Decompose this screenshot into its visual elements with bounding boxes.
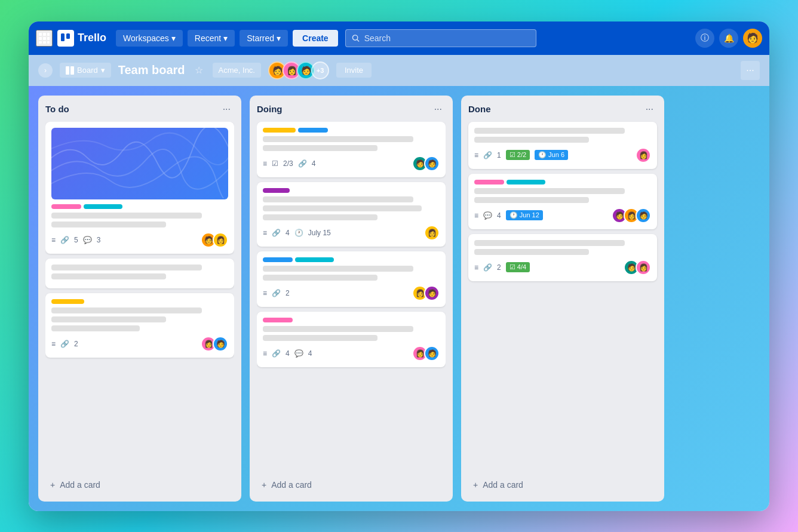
label-pink (51, 204, 81, 209)
comment-icon: 💬 (483, 211, 492, 220)
card-labels-5 (263, 188, 440, 193)
card-done-1[interactable]: ≡ 🔗 1 ☑ 2/2 🕐 Jun 6 👩 (468, 122, 657, 169)
list-icon: ≡ (263, 159, 267, 168)
cards-todo: ≡ 🔗 5 💬 3 🧑 👩 (45, 122, 234, 472)
column-header-todo: To do ··· (45, 103, 234, 116)
add-card-doing[interactable]: + Add a card (257, 475, 446, 494)
svg-rect-7 (43, 41, 46, 44)
label-yellow (263, 128, 296, 133)
column-title-todo: To do (45, 104, 69, 114)
label-blue (263, 257, 293, 262)
card-avatar: 👩 (424, 225, 440, 241)
attach-icon: 🔗 (60, 236, 69, 244)
card-cover-1 (51, 128, 228, 199)
board-view-icon (66, 66, 74, 75)
sidebar-toggle[interactable]: › (38, 63, 53, 78)
card-avatar: 🧑 (424, 156, 440, 171)
grid-icon[interactable] (36, 30, 53, 47)
create-button[interactable]: Create (293, 30, 338, 47)
attach-icon: 🔗 (60, 340, 69, 348)
card-meta-10: ≡ 🔗 2 ☑ 4/4 🧑 👩 (474, 260, 651, 275)
card-doing-4[interactable]: ≡ 🔗 4 💬 4 👩 🧑 (257, 312, 446, 367)
card-labels-4 (263, 128, 440, 133)
recent-button[interactable]: Recent ▾ (188, 30, 235, 47)
info-icon[interactable]: ⓘ (695, 29, 714, 48)
due-badge-9: 🕐 Jun 12 (506, 210, 543, 220)
board-more-button[interactable]: ··· (741, 61, 760, 80)
member-count[interactable]: +3 (311, 61, 329, 79)
list-icon: ≡ (51, 340, 56, 348)
trello-logo[interactable]: Trello (57, 30, 106, 47)
attach-icon: 🔗 (483, 263, 492, 272)
app-window: Trello Workspaces ▾ Recent ▾ Starred ▾ C… (29, 21, 769, 511)
attach-count-8: 1 (497, 151, 501, 159)
card-avatars-6: 👩 🧑 (412, 285, 440, 301)
card-doing-2[interactable]: ≡ 🔗 4 🕐 July 15 👩 (257, 182, 446, 247)
column-header-doing: Doing ··· (257, 103, 446, 116)
card-avatar: 🧑 (424, 285, 440, 301)
column-doing: Doing ··· ≡ ☑ 2/3 🔗 (250, 96, 453, 502)
list-icon: ≡ (263, 349, 267, 358)
column-title-doing: Doing (257, 104, 283, 114)
column-done: Done ··· ≡ 🔗 1 ☑ 2/2 🕐 Jun 6 👩 (461, 96, 664, 502)
svg-point-11 (352, 35, 357, 39)
board-view-button[interactable]: Board ▾ (60, 63, 111, 78)
column-todo: To do ··· (38, 96, 241, 502)
card-meta-5: ≡ 🔗 4 🕐 July 15 👩 (263, 225, 440, 241)
starred-button[interactable]: Starred ▾ (240, 30, 288, 47)
card-meta-8: ≡ 🔗 1 ☑ 2/2 🕐 Jun 6 👩 (474, 147, 651, 163)
card-done-2[interactable]: ≡ 💬 4 🕐 Jun 12 🧑 👩 🧑 (468, 174, 657, 229)
column-more-todo[interactable]: ··· (219, 103, 234, 116)
card-meta-6: ≡ 🔗 2 👩 🧑 (263, 285, 440, 301)
card-done-3[interactable]: ≡ 🔗 2 ☑ 4/4 🧑 👩 (468, 234, 657, 281)
user-avatar[interactable]: 🧑 (743, 29, 762, 48)
card-avatars-5: 👩 (424, 225, 440, 241)
card-avatar: 🧑 (213, 336, 228, 352)
workspaces-button[interactable]: Workspaces ▾ (116, 30, 183, 47)
checklist-badge-8: ☑ 2/2 (506, 150, 530, 160)
card-avatars-9: 🧑 👩 🧑 (612, 208, 651, 223)
comment-count-7: 4 (308, 349, 312, 358)
attach-count-10: 2 (497, 263, 501, 272)
label-blue (298, 128, 328, 133)
card-labels-1 (51, 204, 228, 209)
notifications-icon[interactable]: 🔔 (719, 29, 738, 48)
workspace-chip[interactable]: Acme, Inc. (213, 63, 261, 78)
label-purple (263, 188, 290, 193)
member-avatars: 🧑 👩 🧑 +3 (268, 61, 329, 79)
card-labels-6 (263, 257, 440, 262)
column-more-done[interactable]: ··· (642, 103, 657, 116)
svg-rect-13 (66, 66, 69, 75)
card-avatar: 🧑 (636, 208, 651, 223)
card-avatar: 👩 (213, 232, 228, 248)
svg-rect-3 (39, 37, 42, 40)
navbar: Trello Workspaces ▾ Recent ▾ Starred ▾ C… (29, 21, 769, 55)
board-title: Team board (118, 63, 185, 77)
add-card-done[interactable]: + Add a card (468, 475, 657, 494)
card-doing-1[interactable]: ≡ ☑ 2/3 🔗 4 🧑 🧑 (257, 122, 446, 177)
search-input[interactable] (364, 33, 530, 43)
card-labels-9 (474, 180, 651, 184)
column-more-doing[interactable]: ··· (431, 103, 446, 116)
invite-button[interactable]: Invite (336, 63, 372, 78)
card-todo-2[interactable] (45, 259, 234, 288)
column-title-done: Done (468, 104, 491, 114)
card-avatar: 👩 (636, 260, 651, 275)
nav-right: ⓘ 🔔 🧑 (695, 29, 762, 48)
star-button[interactable]: ☆ (192, 62, 205, 78)
card-labels-7 (263, 318, 440, 322)
list-icon: ≡ (51, 236, 56, 244)
card-avatar: 👩 (636, 147, 651, 163)
card-todo-3[interactable]: ≡ 🔗 2 👩 🧑 (45, 293, 234, 358)
label-yellow (51, 299, 84, 304)
card-labels-3 (51, 299, 228, 304)
add-card-todo[interactable]: + Add a card (45, 475, 234, 494)
card-meta-4: ≡ ☑ 2/3 🔗 4 🧑 🧑 (263, 156, 440, 171)
list-icon: ≡ (263, 229, 267, 237)
search-box[interactable] (345, 29, 536, 47)
card-todo-1[interactable]: ≡ 🔗 5 💬 3 🧑 👩 (45, 122, 234, 254)
card-doing-3[interactable]: ≡ 🔗 2 👩 🧑 (257, 251, 446, 307)
attach-icon: 🔗 (483, 151, 492, 159)
cards-done: ≡ 🔗 1 ☑ 2/2 🕐 Jun 6 👩 (468, 122, 657, 472)
trello-name: Trello (78, 32, 106, 44)
